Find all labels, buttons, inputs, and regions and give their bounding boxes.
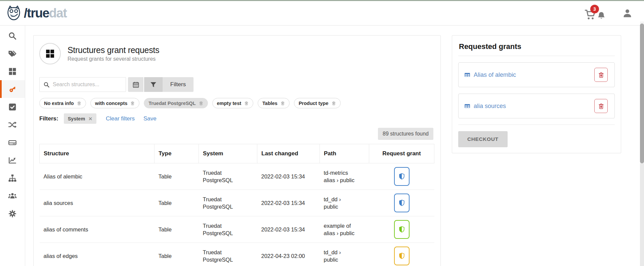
search-input[interactable] (53, 82, 122, 88)
requested-grants-title: Requested grants (458, 40, 615, 56)
app-window: /truedat 3 Structures grant requests (0, 0, 644, 266)
sidebar-item-dashboards[interactable] (0, 62, 25, 80)
filters-links: Clear filters Save (106, 115, 157, 122)
trash-icon[interactable] (77, 101, 81, 106)
trash-icon[interactable] (199, 101, 203, 106)
filters-label: Filters: (39, 115, 58, 122)
shield-icon (398, 199, 405, 207)
calendar-icon (132, 81, 139, 88)
cell-type: Table (155, 190, 199, 216)
key-icon (8, 85, 17, 94)
filter-chip-label: empty test (217, 101, 242, 106)
sidebar-item-users[interactable] (0, 187, 25, 205)
filter-chip[interactable]: Product type (294, 98, 341, 108)
request-grant-button[interactable] (394, 194, 410, 212)
top-navbar: /truedat 3 (0, 1, 644, 25)
filter-chip[interactable]: empty test (212, 98, 254, 108)
bell-icon (597, 11, 606, 20)
sidebar-item-concepts[interactable] (0, 45, 25, 62)
column-header-system: System (199, 144, 257, 163)
filter-chip-label: with concepts (95, 101, 128, 106)
funnel-filter-button[interactable] (144, 77, 163, 92)
trash-icon (598, 72, 604, 78)
shield-icon (398, 252, 405, 260)
grant-item-link[interactable]: alia sources (464, 103, 506, 110)
gear-icon (8, 209, 17, 218)
divider (458, 124, 615, 125)
cell-system: Truedat PostgreSQL (199, 216, 257, 243)
active-filter-label: System (68, 116, 85, 121)
grant-item-link[interactable]: Alias of alembic (464, 71, 516, 78)
checkout-button[interactable]: CHECKOUT (458, 131, 508, 147)
table-row: alias of edges Table Truedat PostgreSQL … (40, 243, 434, 266)
request-grant-button[interactable] (394, 167, 410, 186)
filter-controls: Filters (128, 77, 194, 92)
trash-icon[interactable] (130, 101, 135, 106)
user-menu-icon[interactable] (622, 8, 633, 18)
cell-type: Table (155, 243, 199, 266)
request-grant-button[interactable] (394, 220, 410, 239)
divider (458, 56, 615, 56)
sidebar-item-grants[interactable] (0, 80, 25, 98)
results-count-badge: 89 structures found (378, 128, 433, 140)
requested-grant-item: Alias of alembic (458, 62, 615, 87)
trash-icon[interactable] (281, 101, 285, 106)
filter-chip[interactable]: No extra info (39, 98, 86, 108)
truedat-logo[interactable]: /truedat (6, 5, 67, 21)
filter-chips-row: No extra info with concepts Truedat Post… (39, 98, 433, 108)
cell-type: Table (155, 163, 199, 190)
cell-path: td_dd › public (320, 190, 369, 216)
sidebar-item-analytics[interactable] (0, 151, 25, 169)
remove-filter-icon[interactable]: ✕ (88, 116, 92, 121)
remove-grant-button[interactable] (594, 99, 608, 113)
scrollbar-thumb[interactable] (640, 23, 644, 163)
filter-chip[interactable]: Tables (258, 98, 290, 108)
owl-logo-icon (6, 5, 22, 21)
grant-item-label: Alias of alembic (474, 71, 516, 78)
structures-table: Structure Type System Last changed Path … (39, 144, 434, 266)
cell-structure: alias of comments (40, 216, 155, 243)
save-filters-link[interactable]: Save (143, 115, 157, 122)
column-header-path: Path (320, 144, 369, 163)
trash-icon[interactable] (332, 101, 336, 106)
cart-button[interactable]: 3 (585, 5, 607, 21)
cell-last-changed: 2022-02-03 15:34 (257, 163, 320, 190)
sidebar-item-sources[interactable] (0, 134, 25, 151)
users-icon (8, 192, 17, 200)
sidebar-item-lineage[interactable] (0, 116, 25, 134)
filters-button[interactable]: Filters (163, 77, 194, 92)
requested-grant-item: alia sources (458, 94, 615, 118)
table-icon (464, 72, 470, 78)
cart-count-badge: 3 (590, 5, 599, 13)
search-icon (43, 82, 50, 88)
panel-header: Structures grant requests Request grants… (39, 43, 433, 64)
table-header-row: Structure Type System Last changed Path … (40, 144, 434, 163)
filter-chip-selected[interactable]: Truedat PostgreSQL (144, 98, 208, 108)
search-toolbar: Filters (39, 77, 433, 92)
sidebar-item-rules[interactable] (0, 98, 25, 116)
funnel-icon (150, 81, 157, 88)
cell-system: Truedat PostgreSQL (199, 190, 257, 216)
request-grant-button[interactable] (394, 247, 410, 265)
active-filters-row: Filters: System ✕ Clear filters Save (39, 113, 433, 124)
column-header-request-grant: Request grant (369, 144, 434, 163)
cell-path: td_dd › public (320, 243, 369, 266)
cell-last-changed: 2022-02-03 15:34 (257, 216, 320, 243)
check-square-icon (8, 103, 17, 111)
sidebar-item-taxonomy[interactable] (0, 169, 25, 187)
column-header-structure: Structure (40, 144, 155, 163)
filter-chip-label: Tables (262, 101, 277, 106)
grid-avatar-icon (45, 49, 55, 59)
search-icon (8, 32, 17, 40)
filter-chip[interactable]: with concepts (90, 98, 140, 108)
calendar-filter-button[interactable] (128, 77, 143, 92)
trash-icon[interactable] (244, 101, 249, 106)
column-header-type: Type (155, 144, 199, 163)
chart-line-icon (8, 156, 17, 165)
sidebar-item-settings[interactable] (0, 205, 25, 222)
sidebar-item-search[interactable] (0, 27, 25, 45)
clear-filters-link[interactable]: Clear filters (106, 115, 135, 122)
active-filter-token[interactable]: System ✕ (64, 113, 96, 124)
logo-text: /truedat (24, 6, 67, 20)
remove-grant-button[interactable] (594, 68, 608, 82)
